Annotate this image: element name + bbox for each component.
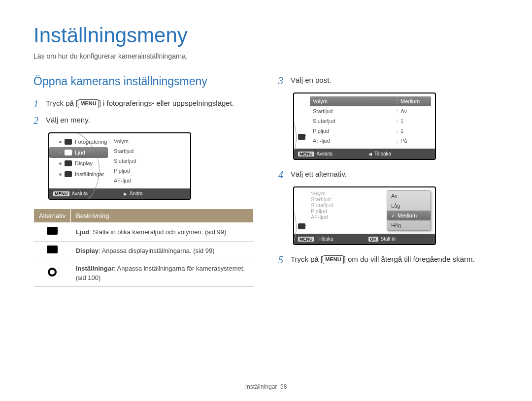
- gear-icon: [48, 268, 57, 277]
- arrow-right-icon: ▶: [124, 191, 127, 196]
- option-panel: AvLåg✓MediumHög: [387, 190, 431, 231]
- setting-key: Pipljud: [313, 128, 394, 134]
- setting-key: Startljud: [313, 108, 394, 114]
- setting-row: Startljud:Av: [310, 106, 431, 116]
- menu-button-label: MENU: [78, 99, 99, 108]
- page-subtitle: Läs om hur du konfigurerar kamerainställ…: [33, 52, 499, 60]
- check-icon: ✓: [391, 213, 395, 218]
- step-text: Välj en meny.: [46, 115, 90, 126]
- step-3: 3 Välj en post.: [278, 75, 499, 87]
- submenu-item: Startljud: [311, 196, 385, 202]
- option-item: Hög: [387, 220, 431, 230]
- footer-left: MENUAvsluta: [49, 188, 120, 199]
- menu-button-label: MENU: [323, 255, 343, 264]
- step-number: 5: [278, 254, 286, 266]
- setting-value: Av: [400, 108, 428, 114]
- setting-key: Volym: [313, 98, 394, 104]
- table-row: Display: Anpassa displayinställningarna.…: [34, 242, 254, 260]
- setting-key: Slutarljud: [313, 118, 394, 124]
- footer-right: ◀Tillbaka: [365, 149, 435, 159]
- menu-item-icon: [65, 139, 72, 145]
- dot-icon: [59, 162, 62, 165]
- submenu-item: Pipljud: [311, 208, 385, 214]
- section-title: Öppna kamerans inställningsmeny: [33, 75, 254, 88]
- footer-right: ▶Ändra: [120, 188, 190, 199]
- step-1: 1 Tryck på [MENU] i fotograferings- elle…: [33, 98, 254, 110]
- display-icon: [47, 246, 58, 253]
- menu-item: Display: [49, 158, 111, 169]
- submenu-item: Slutarljud: [113, 156, 188, 166]
- option-item: ✓Medium: [387, 211, 431, 220]
- menu-button-icon: MENU: [53, 191, 69, 196]
- menu-item: Inställningar: [49, 169, 111, 180]
- dot-icon: [59, 152, 62, 154]
- setting-row: AF-ljud:På: [310, 136, 431, 146]
- setting-value: Medium: [400, 98, 428, 104]
- submenu-item: AF-ljud: [311, 214, 385, 220]
- footer-left: MENUAvsluta: [294, 149, 365, 159]
- speaker-icon: [47, 227, 58, 235]
- step-number: 1: [33, 98, 41, 110]
- step-2: 2 Välj en meny.: [33, 115, 254, 126]
- submenu-item: Pipljud: [113, 166, 188, 176]
- footer-left: MENUTillbaka: [294, 234, 365, 244]
- submenu-item: Slutarljud: [311, 202, 385, 208]
- submenu-item: AF-ljud: [113, 176, 188, 185]
- option-item: Av: [387, 191, 431, 201]
- sound-icon: [298, 223, 305, 229]
- setting-row: Pipljud:1: [310, 126, 431, 136]
- setting-key: AF-ljud: [313, 138, 394, 144]
- setting-value: På: [400, 138, 428, 144]
- arrow-left-icon: ◀: [368, 152, 372, 156]
- col-alternative: Alternativ: [34, 209, 71, 223]
- table-row: Inställningar: Anpassa inställningarna f…: [34, 260, 254, 286]
- page-title: Inställningsmeny: [33, 24, 499, 47]
- submenu-item: Volym: [311, 190, 385, 196]
- page-footer: Inställningar 98: [0, 383, 532, 390]
- option-item: Låg: [387, 201, 431, 211]
- dot-icon: [59, 173, 62, 176]
- menu-button-icon: MENU: [298, 152, 314, 156]
- table-row: Ljud: Ställa in olika kameraljud och vol…: [34, 223, 254, 242]
- step-text: Tryck på [MENU] i fotograferings- eller …: [46, 98, 234, 109]
- setting-value: 1: [400, 128, 428, 134]
- step-number: 2: [33, 115, 41, 126]
- col-description: Beskrivning: [71, 209, 254, 223]
- menu-item: Fotografering: [49, 136, 111, 147]
- menu-item-icon: [65, 160, 72, 166]
- options-table: Alternativ Beskrivning Ljud: Ställa in o…: [33, 209, 254, 287]
- menu-item-icon: [65, 171, 72, 177]
- setting-value: 1: [400, 118, 428, 124]
- step-text: Välj en post.: [291, 75, 332, 86]
- step-text: Tryck på [MENU] om du vill återgå till f…: [291, 254, 475, 265]
- footer-right: OKStäll In: [365, 234, 435, 244]
- sound-icon: [298, 134, 305, 140]
- step-text: Välj ett alternativ.: [291, 169, 347, 180]
- menu-item: Ljud: [49, 147, 108, 158]
- menu-item-icon: [65, 150, 72, 155]
- menu-item-label: Display: [75, 160, 93, 166]
- camera-screen-menu: FotograferingLjudDisplayInställningar Vo…: [48, 132, 191, 200]
- menu-item-label: Inställningar: [75, 171, 104, 177]
- setting-row: Slutarljud:1: [310, 116, 431, 126]
- setting-row: Volym:Medium: [310, 96, 431, 106]
- submenu-item: Volym: [113, 136, 188, 146]
- menu-button-icon: MENU: [298, 237, 314, 242]
- camera-screen-option: VolymStartljudSlutarljudPipljudAF-ljud A…: [293, 186, 436, 245]
- dot-icon: [59, 141, 62, 143]
- step-number: 4: [278, 169, 286, 181]
- step-4: 4 Välj ett alternativ.: [278, 169, 499, 181]
- submenu-item: Startljud: [113, 146, 188, 156]
- step-5: 5 Tryck på [MENU] om du vill återgå till…: [278, 254, 499, 266]
- camera-screen-post: Volym:MediumStartljud:AvSlutarljud:1Pipl…: [293, 93, 436, 160]
- ok-button-icon: OK: [368, 237, 378, 242]
- menu-item-label: Fotografering: [75, 139, 107, 145]
- menu-item-label: Ljud: [75, 150, 85, 155]
- step-number: 3: [278, 75, 286, 87]
